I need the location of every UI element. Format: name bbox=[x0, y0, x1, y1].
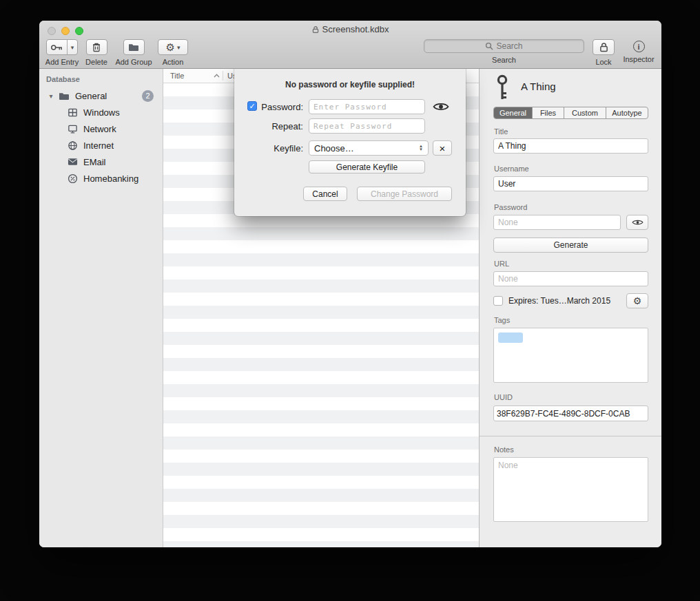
disclosure-triangle-icon[interactable]: ▾ bbox=[45, 92, 57, 100]
folder-icon bbox=[128, 43, 139, 52]
tab-custom[interactable]: Custom bbox=[564, 107, 606, 118]
sidebar: Database ▾ General 2 Windows Network bbox=[39, 69, 163, 547]
stepper-arrows-icon: ▲▼ bbox=[419, 145, 423, 151]
desktop-background: Screenshot.kdbx ▾ Add Entry Delete bbox=[0, 0, 700, 601]
app-window: Screenshot.kdbx ▾ Add Entry Delete bbox=[39, 21, 661, 547]
tags-label: Tags bbox=[494, 316, 510, 324]
change-password-button[interactable]: Change Password bbox=[357, 187, 452, 201]
entry-title: A Thing bbox=[521, 81, 556, 92]
tag-token[interactable] bbox=[498, 333, 523, 343]
action-label: Action bbox=[152, 58, 194, 66]
sidebar-item-homebanking[interactable]: Homebanking bbox=[39, 170, 163, 187]
inspector-toggle-button[interactable]: i bbox=[633, 41, 645, 52]
add-group-button[interactable] bbox=[123, 39, 145, 55]
title-field[interactable] bbox=[493, 138, 648, 154]
network-icon bbox=[65, 124, 79, 134]
generate-password-button[interactable]: Generate bbox=[493, 238, 648, 253]
eye-icon bbox=[433, 102, 449, 112]
keyfile-dropdown[interactable]: Choose… ▲▼ bbox=[309, 140, 429, 156]
expires-label: Expires: Tues…March 2015 bbox=[508, 296, 610, 306]
toolbar-inspector: i Inspector bbox=[618, 39, 659, 63]
toolbar-add-entry: ▾ Add Entry bbox=[41, 39, 83, 66]
toolbar-add-group: Add Group bbox=[112, 39, 155, 66]
inspector-label: Inspector bbox=[618, 55, 659, 63]
uuid-label: UUID bbox=[494, 393, 513, 401]
sidebar-item-label: Internet bbox=[83, 140, 114, 151]
delete-label: Delete bbox=[79, 58, 114, 66]
expires-options-button[interactable]: ⚙ bbox=[626, 293, 648, 308]
toolbar-action: ⚙ ▾ Action bbox=[152, 39, 194, 66]
sidebar-item-windows[interactable]: Windows bbox=[39, 104, 163, 120]
search-label: Search bbox=[424, 56, 584, 64]
username-field-label: Username bbox=[494, 165, 529, 173]
sidebar-item-email[interactable]: EMail bbox=[39, 154, 163, 170]
notes-field[interactable] bbox=[493, 457, 648, 522]
add-entry-label: Add Entry bbox=[41, 58, 83, 66]
keyfile-selected-value: Choose… bbox=[314, 143, 354, 154]
expires-checkbox[interactable] bbox=[493, 296, 503, 306]
window-title: Screenshot.kdbx bbox=[322, 24, 389, 34]
close-icon: × bbox=[440, 143, 446, 154]
username-field[interactable] bbox=[493, 176, 648, 191]
trash-icon bbox=[92, 42, 101, 52]
sidebar-item-general[interactable]: ▾ General 2 bbox=[39, 87, 163, 104]
column-header-title[interactable]: Title bbox=[170, 72, 184, 80]
windows-icon bbox=[65, 107, 79, 118]
sidebar-item-label: Network bbox=[83, 124, 116, 134]
column-divider[interactable] bbox=[223, 71, 223, 81]
envelope-icon bbox=[65, 158, 79, 166]
url-field[interactable] bbox=[493, 271, 648, 286]
document-lock-icon bbox=[312, 25, 319, 34]
url-field-label: URL bbox=[494, 260, 509, 268]
coin-percent-icon bbox=[65, 173, 79, 184]
tab-files[interactable]: Files bbox=[532, 107, 564, 118]
generate-keyfile-button[interactable]: Generate Keyfile bbox=[309, 160, 425, 173]
password-field[interactable] bbox=[493, 215, 621, 230]
lock-label: Lock bbox=[586, 58, 621, 66]
reveal-password-button[interactable] bbox=[626, 215, 648, 230]
sidebar-item-internet[interactable]: Internet bbox=[39, 137, 163, 154]
entry-count-badge: 2 bbox=[142, 90, 154, 102]
toolbar-search: Search Search bbox=[424, 39, 584, 64]
sheet-password-input[interactable] bbox=[309, 99, 425, 114]
sort-ascending-icon bbox=[214, 74, 220, 78]
title-field-label: Title bbox=[494, 127, 508, 136]
sidebar-item-label: EMail bbox=[83, 157, 106, 167]
change-password-sheet: No password or keyfile supplied! ✓ Passw… bbox=[234, 69, 466, 216]
notes-label: Notes bbox=[494, 445, 514, 454]
gear-icon: ⚙ bbox=[633, 296, 642, 306]
sheet-keyfile-label: Keyfile: bbox=[255, 143, 303, 154]
clear-keyfile-button[interactable]: × bbox=[433, 140, 452, 156]
sheet-message: No password or keyfile supplied! bbox=[234, 80, 466, 89]
cancel-button[interactable]: Cancel bbox=[303, 187, 347, 201]
sidebar-header: Database bbox=[46, 75, 80, 83]
lock-button[interactable] bbox=[593, 39, 615, 55]
sidebar-item-label: General bbox=[75, 91, 107, 101]
uuid-field[interactable] bbox=[493, 405, 648, 421]
tags-field[interactable] bbox=[493, 328, 648, 383]
add-group-label: Add Group bbox=[112, 58, 155, 66]
inspector-panel: A Thing General Files Custom Autotype Ti… bbox=[479, 69, 661, 547]
folder-icon bbox=[57, 92, 71, 101]
sheet-repeat-label: Repeat: bbox=[255, 121, 303, 131]
key-icon bbox=[494, 74, 511, 101]
inspector-tabs: General Files Custom Autotype bbox=[493, 107, 648, 119]
gear-icon: ⚙ bbox=[166, 42, 175, 52]
password-field-label: Password bbox=[494, 203, 527, 211]
window-chrome: Screenshot.kdbx ▾ Add Entry Delete bbox=[39, 21, 661, 69]
search-placeholder: Search bbox=[496, 41, 522, 51]
tab-general[interactable]: General bbox=[494, 107, 532, 118]
sidebar-item-network[interactable]: Network bbox=[39, 120, 163, 137]
key-plus-icon bbox=[47, 40, 67, 54]
sheet-repeat-input[interactable] bbox=[309, 118, 425, 134]
delete-button[interactable] bbox=[86, 39, 107, 55]
sheet-reveal-password-button[interactable] bbox=[430, 99, 452, 114]
action-button[interactable]: ⚙ ▾ bbox=[158, 39, 188, 55]
toolbar-delete: Delete bbox=[79, 39, 114, 66]
title-bar: Screenshot.kdbx bbox=[39, 24, 661, 34]
search-input[interactable]: Search bbox=[424, 39, 584, 53]
add-entry-button[interactable]: ▾ bbox=[46, 39, 78, 55]
tab-autotype[interactable]: Autotype bbox=[606, 107, 648, 118]
add-entry-dropdown-arrow[interactable]: ▾ bbox=[67, 40, 77, 54]
eye-icon bbox=[632, 219, 644, 226]
